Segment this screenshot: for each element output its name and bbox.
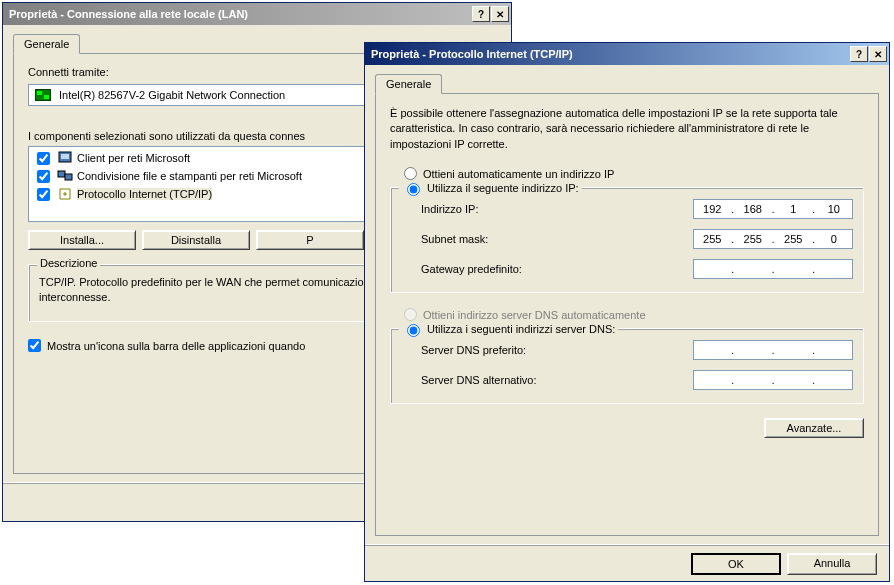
show-icon-checkbox[interactable] <box>28 339 41 352</box>
component-checkbox[interactable] <box>37 188 50 201</box>
radio-ip-auto[interactable] <box>404 167 417 180</box>
install-button[interactable]: Installa... <box>28 230 136 250</box>
protocol-icon <box>57 186 73 202</box>
radio-dns-manual-legend[interactable]: Utilizza i seguenti indirizzi server DNS… <box>399 321 618 337</box>
window-title: Proprietà - Connessione alla rete locale… <box>9 8 472 20</box>
radio-label: Ottieni indirizzo server DNS automaticam… <box>423 309 646 321</box>
show-icon-label: Mostra un'icona sulla barra delle applic… <box>47 340 305 352</box>
ip-address-input[interactable]: . . . <box>693 199 853 219</box>
dns-preferred-label: Server DNS preferito: <box>401 344 693 356</box>
tab-general[interactable]: Generale <box>375 74 442 94</box>
network-adapter-icon <box>35 89 51 101</box>
ip-octet[interactable] <box>775 373 812 387</box>
dns-alternate-label: Server DNS alternativo: <box>401 374 693 386</box>
gateway-input[interactable]: . . . <box>693 259 853 279</box>
ip-octet[interactable] <box>816 202 853 216</box>
dns-preferred-input[interactable]: . . . <box>693 340 853 360</box>
ip-octet[interactable] <box>694 202 731 216</box>
ip-octet[interactable] <box>694 232 731 246</box>
ip-octet[interactable] <box>816 343 853 357</box>
client-icon <box>57 150 73 166</box>
radio-label: Utilizza i seguenti indirizzi server DNS… <box>427 323 615 335</box>
ip-address-label: Indirizzo IP: <box>401 203 693 215</box>
radio-label: Ottieni automaticamente un indirizzo IP <box>423 168 614 180</box>
gateway-label: Gateway predefinito: <box>401 263 693 275</box>
close-icon: ✕ <box>874 49 882 60</box>
advanced-button[interactable]: Avanzate... <box>764 418 864 438</box>
ip-octet[interactable] <box>735 262 772 276</box>
tab-general[interactable]: Generale <box>13 34 80 54</box>
help-icon: ? <box>478 9 484 20</box>
svg-rect-1 <box>61 154 69 159</box>
radio-ip-manual-legend[interactable]: Utilizza il seguente indirizzo IP: <box>399 180 582 196</box>
dns-alternate-input[interactable]: . . . <box>693 370 853 390</box>
ip-octet[interactable] <box>694 262 731 276</box>
component-label: Condivisione file e stampanti per reti M… <box>77 170 302 182</box>
component-checkbox[interactable] <box>37 170 50 183</box>
ip-octet[interactable] <box>735 202 772 216</box>
ip-octet[interactable] <box>816 262 853 276</box>
titlebar-inactive: Proprietà - Connessione alla rete locale… <box>3 3 511 25</box>
ip-octet[interactable] <box>735 343 772 357</box>
adapter-name: Intel(R) 82567V-2 Gigabit Network Connec… <box>59 89 285 101</box>
share-icon <box>57 168 73 184</box>
tabstrip: Generale <box>375 73 879 94</box>
ip-octet[interactable] <box>694 373 731 387</box>
help-button[interactable]: ? <box>850 46 868 62</box>
help-icon: ? <box>856 49 862 60</box>
properties-button[interactable]: P <box>256 230 364 250</box>
uninstall-button[interactable]: Disinstalla <box>142 230 250 250</box>
ip-octet[interactable] <box>816 373 853 387</box>
ip-octet[interactable] <box>775 202 812 216</box>
component-checkbox[interactable] <box>37 152 50 165</box>
subnet-mask-input[interactable]: . . . <box>693 229 853 249</box>
svg-rect-3 <box>65 174 72 180</box>
ip-octet[interactable] <box>775 232 812 246</box>
radio-dns-auto <box>404 308 417 321</box>
ip-octet[interactable] <box>694 343 731 357</box>
description-legend: Descrizione <box>37 257 100 269</box>
radio-ip-manual[interactable] <box>407 183 420 196</box>
titlebar-active: Proprietà - Protocollo Internet (TCP/IP)… <box>365 43 889 65</box>
close-button[interactable]: ✕ <box>491 6 509 22</box>
ip-octet[interactable] <box>775 262 812 276</box>
info-text: È possibile ottenere l'assegnazione auto… <box>390 106 864 152</box>
component-label: Protocollo Internet (TCP/IP) <box>77 188 212 200</box>
cancel-button[interactable]: Annulla <box>787 553 877 575</box>
help-button[interactable]: ? <box>472 6 490 22</box>
subnet-mask-label: Subnet mask: <box>401 233 693 245</box>
ip-octet[interactable] <box>735 373 772 387</box>
svg-rect-2 <box>58 171 65 177</box>
radio-label: Utilizza il seguente indirizzo IP: <box>427 182 579 194</box>
ok-button[interactable]: OK <box>691 553 781 575</box>
window-title: Proprietà - Protocollo Internet (TCP/IP) <box>371 48 850 60</box>
radio-dns-manual[interactable] <box>407 324 420 337</box>
tcpip-properties-window: Proprietà - Protocollo Internet (TCP/IP)… <box>364 42 890 582</box>
ip-octet[interactable] <box>775 343 812 357</box>
component-label: Client per reti Microsoft <box>77 152 190 164</box>
ip-octet[interactable] <box>735 232 772 246</box>
close-button[interactable]: ✕ <box>869 46 887 62</box>
ip-octet[interactable] <box>816 232 853 246</box>
close-icon: ✕ <box>496 9 504 20</box>
